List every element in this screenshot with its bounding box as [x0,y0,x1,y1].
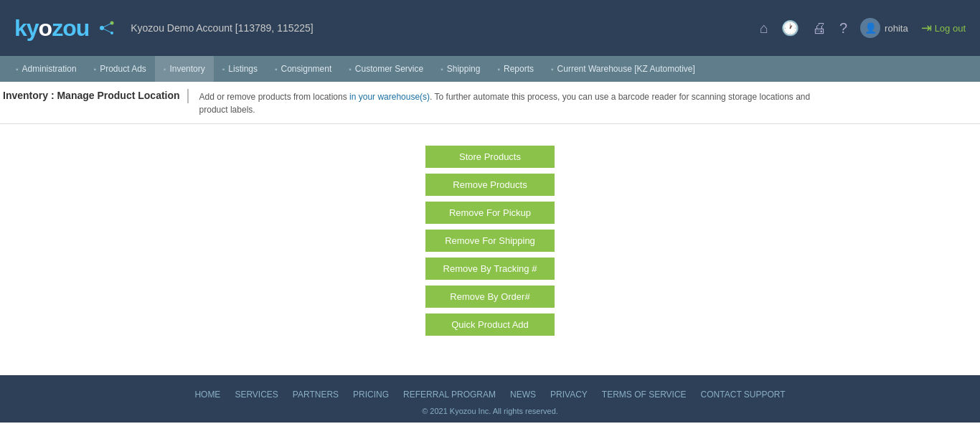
store-products-button[interactable]: Store Products [425,146,555,168]
quick-product-add-button[interactable]: Quick Product Add [425,313,555,336]
page-header: Inventory : Manage Product Location Add … [0,82,980,124]
help-icon[interactable]: ? [839,20,847,37]
footer-link-privacy[interactable]: PRIVACY [550,390,588,400]
remove-by-order-button[interactable]: Remove By Order# [425,286,555,308]
svg-line-4 [102,28,112,33]
footer-link-pricing[interactable]: PRICING [353,390,389,400]
navbar: Administration Product Ads Inventory Lis… [0,56,980,82]
svg-line-3 [102,23,112,28]
page-title: Inventory : Manage Product Location [3,89,189,103]
header: kyozou Kyozou Demo Account [113789, 1152… [0,0,980,56]
logout-icon: ⇥ [921,20,932,36]
remove-for-pickup-button[interactable]: Remove For Pickup [425,202,555,224]
header-right: ⌂ 🕐 🖨 ? 👤 rohita ⇥ Log out [760,18,966,38]
history-icon[interactable]: 🕐 [781,19,799,37]
nav-item-warehouse[interactable]: Current Warehouse [KZ Automotive] [542,56,704,82]
footer-link-contact[interactable]: CONTACT SUPPORT [701,390,786,400]
nav-item-product-ads[interactable]: Product Ads [85,56,155,82]
footer-links: HOME SERVICES PARTNERS PRICING REFERRAL … [0,390,980,400]
nav-item-reports[interactable]: Reports [489,56,542,82]
main-content: Store Products Remove Products Remove Fo… [0,124,980,375]
print-icon[interactable]: 🖨 [812,20,826,37]
nav-item-inventory[interactable]: Inventory [155,56,214,82]
action-buttons: Store Products Remove Products Remove Fo… [425,146,555,336]
logo-area: kyozou Kyozou Demo Account [113789, 1152… [14,15,314,42]
nav-item-administration[interactable]: Administration [7,56,85,82]
footer-link-home[interactable]: HOME [194,390,220,400]
nav-item-consignment[interactable]: Consignment [266,56,340,82]
logout-button[interactable]: ⇥ Log out [921,20,966,36]
remove-for-shipping-button[interactable]: Remove For Shipping [425,230,555,252]
remove-products-button[interactable]: Remove Products [425,174,555,196]
footer-link-referral[interactable]: REFERRAL PROGRAM [403,390,496,400]
nav-item-customer-service[interactable]: Customer Service [340,56,432,82]
company-label: Kyozou Demo Account [113789, 115225] [131,22,314,34]
home-icon[interactable]: ⌂ [760,20,768,37]
page-description: Add or remove products from locations in… [189,89,834,116]
user-area: 👤 rohita [860,18,908,38]
avatar: 👤 [860,18,880,38]
logout-label: Log out [935,23,966,34]
footer-link-news[interactable]: NEWS [510,390,536,400]
footer-copyright: © 2021 Kyozou Inc. All rights reserved. [0,407,980,415]
footer-link-partners[interactable]: PARTNERS [293,390,339,400]
nav-item-shipping[interactable]: Shipping [432,56,489,82]
username: rohita [885,23,908,34]
logo-icon [96,17,118,39]
footer-link-terms[interactable]: TERMS OF SERVICE [602,390,687,400]
nav-item-listings[interactable]: Listings [214,56,266,82]
footer-link-services[interactable]: SERVICES [235,390,278,400]
footer: HOME SERVICES PARTNERS PRICING REFERRAL … [0,375,980,423]
remove-by-tracking-button[interactable]: Remove By Tracking # [425,258,555,280]
logo: kyozou [14,15,89,42]
